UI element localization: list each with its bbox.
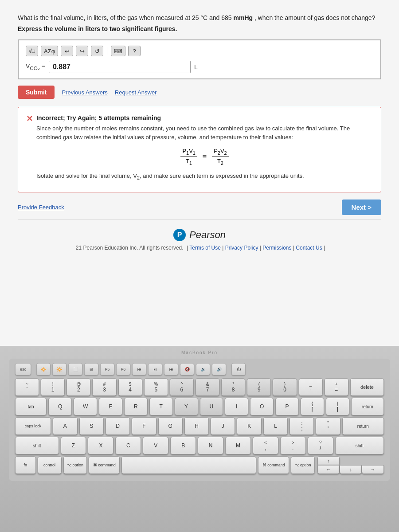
q-key[interactable]: Q — [48, 398, 72, 415]
f1-key[interactable]: 🔅 — [36, 363, 51, 376]
slash-key[interactable]: ?/ — [308, 437, 333, 454]
6-key[interactable]: ^6 — [170, 378, 194, 396]
a-key[interactable]: A — [53, 417, 77, 435]
l-key[interactable]: L — [263, 417, 288, 435]
5-key[interactable]: %5 — [144, 378, 168, 396]
delete-key[interactable]: delete — [350, 378, 384, 396]
z-key[interactable]: Z — [61, 437, 86, 454]
p-key[interactable]: P — [275, 398, 299, 415]
sqrt-button[interactable]: √□ — [26, 46, 38, 56]
formula-toolbar: √□ AΣφ ↩ ↪ ↺ ⌨ ? — [26, 46, 373, 56]
u-key[interactable]: U — [200, 398, 223, 415]
t-key[interactable]: T — [149, 398, 173, 415]
f7-key[interactable]: ⏮ — [132, 363, 146, 376]
f11-key[interactable]: 🔉 — [196, 363, 210, 376]
provide-feedback-button[interactable]: Provide Feedback — [18, 204, 64, 211]
help-button[interactable]: ? — [128, 46, 141, 56]
f2-key[interactable]: 🔆 — [52, 363, 66, 376]
tab-key[interactable]: tab — [15, 398, 47, 415]
f3-key[interactable]: ⬜ — [68, 363, 82, 376]
8-key[interactable]: *8 — [221, 378, 245, 396]
f12-key[interactable]: 🔊 — [212, 363, 226, 376]
o-key[interactable]: O — [250, 398, 274, 415]
terms-link[interactable]: Terms of Use — [189, 245, 221, 251]
r-key[interactable]: R — [124, 398, 148, 415]
7-key[interactable]: &7 — [196, 378, 219, 396]
privacy-link[interactable]: Privacy Policy — [225, 245, 258, 251]
f8-key[interactable]: ⏯ — [148, 363, 162, 376]
refresh-button[interactable]: ↺ — [91, 46, 103, 56]
undo-button[interactable]: ↩ — [61, 46, 73, 56]
minus-key[interactable]: _- — [299, 378, 323, 396]
f9-key[interactable]: ⏭ — [164, 363, 178, 376]
keyboard-button[interactable]: ⌨ — [111, 46, 125, 56]
power-key[interactable]: ⏻ — [231, 363, 246, 376]
contact-link[interactable]: Contact Us — [296, 245, 322, 251]
m-key[interactable]: M — [225, 437, 251, 454]
2-key[interactable]: @2 — [66, 378, 90, 396]
4-key[interactable]: $4 — [118, 378, 142, 396]
left-shift-key[interactable]: shift — [15, 437, 59, 454]
g-key[interactable]: G — [158, 417, 183, 435]
quote-key[interactable]: "' — [316, 417, 340, 435]
next-button[interactable]: Next > — [342, 200, 381, 215]
plus-key[interactable]: += — [325, 378, 348, 396]
request-answer-button[interactable]: Request Answer — [115, 89, 157, 96]
f4-key[interactable]: ⊞ — [84, 363, 98, 376]
f5-key[interactable]: F5 — [100, 363, 114, 376]
number-row: ~` !1 @2 #3 $4 %5 ^6 &7 *8 (9 )0 _- += d… — [15, 378, 384, 396]
tab-row: tab Q W E R T Y U I O P {[ }] return — [15, 398, 384, 415]
return-key-2[interactable]: return — [342, 417, 384, 435]
left-opt-key[interactable]: ⌥ option — [63, 456, 87, 474]
f6-key[interactable]: F6 — [116, 363, 130, 376]
down-arrow-key[interactable]: ↓ — [340, 465, 362, 474]
bracket-open-key[interactable]: {[ — [301, 398, 324, 415]
3-key[interactable]: #3 — [92, 378, 116, 396]
e-key[interactable]: E — [99, 398, 122, 415]
left-cmd-key[interactable]: ⌘ command — [89, 456, 120, 474]
submit-button[interactable]: Submit — [18, 86, 55, 99]
escape-key[interactable]: esc — [15, 363, 31, 376]
caps-lock-key[interactable]: caps lock — [15, 417, 51, 435]
answer-input[interactable] — [49, 61, 191, 73]
left-arrow-key[interactable]: ← — [317, 465, 340, 474]
redo-button[interactable]: ↪ — [76, 46, 88, 56]
d-key[interactable]: D — [106, 417, 130, 435]
n-key[interactable]: N — [198, 437, 223, 454]
right-cmd-key[interactable]: ⌘ command — [258, 456, 289, 474]
y-key[interactable]: Y — [175, 398, 198, 415]
right-opt-key[interactable]: ⌥ option — [291, 456, 315, 474]
v-key[interactable]: V — [143, 437, 168, 454]
c-key[interactable]: C — [115, 437, 141, 454]
right-shift-key[interactable]: shift — [335, 437, 384, 454]
h-key[interactable]: H — [184, 417, 209, 435]
space-key[interactable] — [121, 456, 256, 474]
return-key[interactable]: return — [351, 398, 384, 415]
w-key[interactable]: W — [74, 398, 97, 415]
fn-key[interactable]: fn — [15, 456, 36, 474]
9-key[interactable]: (9 — [247, 378, 271, 396]
x-key[interactable]: X — [88, 437, 113, 454]
previous-answers-button[interactable]: Previous Answers — [62, 89, 107, 96]
semicolon-key[interactable]: :; — [289, 417, 314, 435]
f10-key[interactable]: 🔇 — [180, 363, 194, 376]
1-key[interactable]: !1 — [41, 378, 65, 396]
0-key[interactable]: )0 — [273, 378, 297, 396]
f-key[interactable]: F — [132, 417, 156, 435]
k-key[interactable]: K — [237, 417, 261, 435]
comma-key[interactable]: <, — [253, 437, 278, 454]
pearson-p-icon: P — [173, 229, 186, 241]
ctrl-key[interactable]: control — [38, 456, 62, 474]
i-key[interactable]: I — [225, 398, 248, 415]
s-key[interactable]: S — [79, 417, 104, 435]
bracket-close-key[interactable]: }] — [326, 398, 349, 415]
keyboard-label: MacBook Pro — [181, 350, 218, 355]
period-key[interactable]: >. — [280, 437, 306, 454]
right-arrow-key[interactable]: → — [362, 465, 384, 474]
j-key[interactable]: J — [211, 417, 235, 435]
up-arrow-key[interactable]: ↑ — [317, 456, 340, 465]
backtick-key[interactable]: ~` — [15, 378, 39, 396]
permissions-link[interactable]: Permissions — [262, 245, 291, 251]
b-key[interactable]: B — [170, 437, 196, 454]
sigma-button[interactable]: AΣφ — [41, 46, 58, 56]
